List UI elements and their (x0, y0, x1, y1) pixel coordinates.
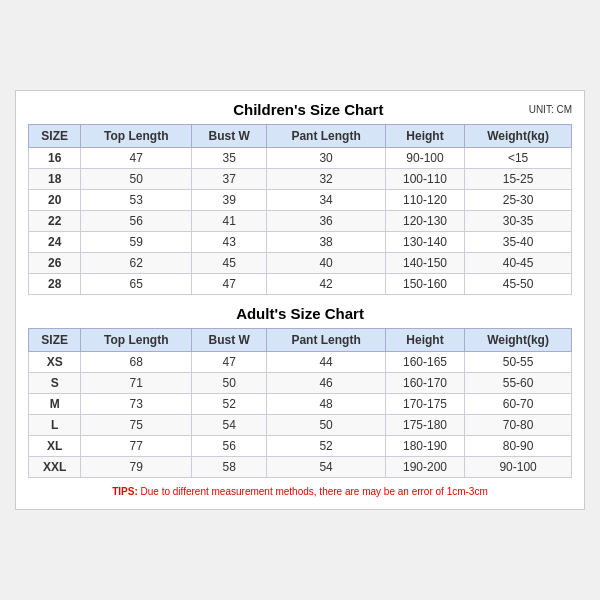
table-cell: 56 (81, 211, 192, 232)
table-row: XL775652180-19080-90 (29, 436, 572, 457)
table-cell: 40 (267, 253, 386, 274)
table-cell: 16 (29, 148, 81, 169)
table-row: S715046160-17055-60 (29, 373, 572, 394)
table-cell: 54 (192, 415, 267, 436)
table-cell: 190-200 (385, 457, 464, 478)
table-cell: 42 (267, 274, 386, 295)
table-cell: 22 (29, 211, 81, 232)
table-cell: 50 (267, 415, 386, 436)
table-cell: 35 (192, 148, 267, 169)
table-cell: 30-35 (465, 211, 572, 232)
table-cell: 36 (267, 211, 386, 232)
tips-label: TIPS: (112, 486, 140, 497)
table-cell: 58 (192, 457, 267, 478)
table-cell: 18 (29, 169, 81, 190)
table-cell: 25-30 (465, 190, 572, 211)
table-cell: 37 (192, 169, 267, 190)
table-cell: 34 (267, 190, 386, 211)
children-table: SIZE Top Length Bust W Pant Length Heigh… (28, 124, 572, 295)
table-cell: 160-165 (385, 352, 464, 373)
table-cell: 50 (81, 169, 192, 190)
unit-label: UNIT: CM (529, 104, 572, 115)
table-cell: 26 (29, 253, 81, 274)
table-cell: 41 (192, 211, 267, 232)
adult-chart-title: Adult's Size Chart (88, 305, 512, 322)
table-cell: XL (29, 436, 81, 457)
table-cell: 80-90 (465, 436, 572, 457)
chart-container: Children's Size Chart UNIT: CM SIZE Top … (15, 90, 585, 510)
table-row: XXL795854190-20090-100 (29, 457, 572, 478)
tips-row: TIPS: Due to different measurement metho… (28, 486, 572, 497)
table-cell: XXL (29, 457, 81, 478)
table-cell: 79 (81, 457, 192, 478)
table-cell: 47 (81, 148, 192, 169)
table-cell: 52 (267, 436, 386, 457)
table-cell: 180-190 (385, 436, 464, 457)
col-bust-w: Bust W (192, 125, 267, 148)
table-cell: 20 (29, 190, 81, 211)
table-row: 26624540140-15040-45 (29, 253, 572, 274)
table-cell: <15 (465, 148, 572, 169)
table-row: 1647353090-100<15 (29, 148, 572, 169)
adult-col-pant-length: Pant Length (267, 329, 386, 352)
table-cell: 140-150 (385, 253, 464, 274)
table-cell: 77 (81, 436, 192, 457)
children-title-row: Children's Size Chart UNIT: CM (28, 101, 572, 118)
table-row: 24594338130-14035-40 (29, 232, 572, 253)
table-cell: 40-45 (465, 253, 572, 274)
adult-header-row: SIZE Top Length Bust W Pant Length Heigh… (29, 329, 572, 352)
table-row: 20533934110-12025-30 (29, 190, 572, 211)
table-cell: 130-140 (385, 232, 464, 253)
col-weight: Weight(kg) (465, 125, 572, 148)
table-cell: 160-170 (385, 373, 464, 394)
table-row: XS684744160-16550-55 (29, 352, 572, 373)
table-cell: 24 (29, 232, 81, 253)
table-cell: 150-160 (385, 274, 464, 295)
col-top-length: Top Length (81, 125, 192, 148)
col-pant-length: Pant Length (267, 125, 386, 148)
tips-text: Due to different measurement methods, th… (141, 486, 488, 497)
children-header-row: SIZE Top Length Bust W Pant Length Heigh… (29, 125, 572, 148)
table-cell: 46 (267, 373, 386, 394)
table-cell: 70-80 (465, 415, 572, 436)
table-cell: 43 (192, 232, 267, 253)
table-cell: 65 (81, 274, 192, 295)
table-cell: 175-180 (385, 415, 464, 436)
table-cell: 90-100 (385, 148, 464, 169)
table-cell: 48 (267, 394, 386, 415)
table-cell: 30 (267, 148, 386, 169)
table-cell: 45-50 (465, 274, 572, 295)
children-chart-title: Children's Size Chart (88, 101, 529, 118)
table-row: L755450175-18070-80 (29, 415, 572, 436)
table-cell: 54 (267, 457, 386, 478)
table-cell: 35-40 (465, 232, 572, 253)
table-row: 18503732100-11015-25 (29, 169, 572, 190)
table-cell: 71 (81, 373, 192, 394)
adult-col-size: SIZE (29, 329, 81, 352)
table-cell: 47 (192, 352, 267, 373)
adult-table: SIZE Top Length Bust W Pant Length Heigh… (28, 328, 572, 478)
table-cell: 73 (81, 394, 192, 415)
table-row: 22564136120-13030-35 (29, 211, 572, 232)
table-cell: 59 (81, 232, 192, 253)
table-cell: 90-100 (465, 457, 572, 478)
table-cell: 53 (81, 190, 192, 211)
table-cell: L (29, 415, 81, 436)
adult-col-bust-w: Bust W (192, 329, 267, 352)
table-cell: 47 (192, 274, 267, 295)
table-cell: 55-60 (465, 373, 572, 394)
adult-col-height: Height (385, 329, 464, 352)
table-cell: 32 (267, 169, 386, 190)
table-cell: 39 (192, 190, 267, 211)
table-cell: 28 (29, 274, 81, 295)
table-cell: 62 (81, 253, 192, 274)
col-height: Height (385, 125, 464, 148)
table-cell: 56 (192, 436, 267, 457)
table-cell: 38 (267, 232, 386, 253)
table-cell: 15-25 (465, 169, 572, 190)
adult-col-weight: Weight(kg) (465, 329, 572, 352)
table-cell: S (29, 373, 81, 394)
table-cell: 100-110 (385, 169, 464, 190)
table-cell: 68 (81, 352, 192, 373)
adult-col-top-length: Top Length (81, 329, 192, 352)
